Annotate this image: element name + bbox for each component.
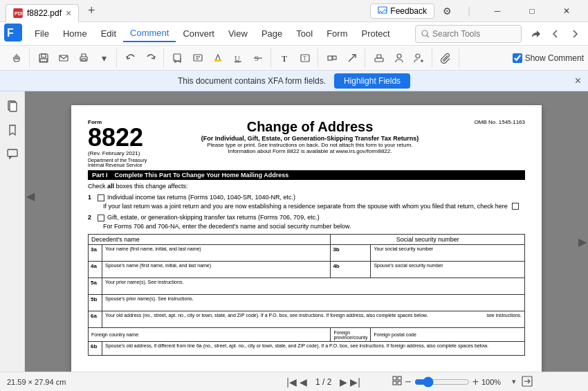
page-navigation: |◀ ◀ 1 / 2 ▶ ▶| (286, 376, 360, 388)
menu-tool[interactable]: Tool (289, 26, 320, 42)
row-5b-field: Spouse's prior name(s). See instructions… (102, 295, 525, 311)
svg-rect-39 (393, 376, 396, 380)
page-info: 1 / 2 (310, 377, 337, 387)
row-6a-field: Your old address (no., street, apt. no.,… (102, 311, 525, 328)
svg-point-5 (422, 30, 428, 36)
menu-convert[interactable]: Convert (176, 26, 221, 42)
zoom-in-button[interactable]: + (472, 376, 479, 388)
sticky-note-button[interactable] (168, 48, 187, 68)
check-all-label: Check all boxes this change affects: (88, 183, 525, 190)
minimize-button[interactable]: ─ (481, 0, 513, 22)
menu-edit[interactable]: Edit (94, 26, 123, 42)
sidebar-bookmark-icon[interactable] (3, 120, 22, 140)
svg-point-30 (397, 54, 401, 58)
menu-home[interactable]: Home (56, 26, 94, 42)
first-page-button[interactable]: |◀ (286, 376, 297, 388)
print-button[interactable] (74, 48, 93, 68)
new-tab-button[interactable]: + (83, 3, 100, 19)
menu-page[interactable]: Page (255, 26, 289, 42)
save-button[interactable] (34, 48, 53, 68)
sidebar-comment-icon[interactable] (3, 144, 22, 163)
menu-form[interactable]: Form (320, 26, 354, 42)
row-4a-field: Spouse's name (first name, initial, and … (102, 262, 331, 278)
prev-page-button[interactable]: ◀ (300, 376, 307, 388)
svg-rect-29 (377, 55, 381, 58)
svg-text:F: F (7, 27, 14, 39)
row-3b-label: 3b (331, 245, 371, 262)
feedback-button[interactable]: Feedback (370, 3, 434, 19)
close-button[interactable]: ✕ (551, 0, 582, 22)
hand-tool-button[interactable] (7, 48, 26, 68)
search-box[interactable] (415, 25, 522, 43)
menubar-right (527, 25, 584, 43)
forward-icon[interactable] (566, 25, 584, 43)
zoom-out-button[interactable]: − (405, 376, 411, 388)
show-comment-checkbox[interactable] (513, 53, 522, 63)
xfa-close-button[interactable]: × (575, 75, 581, 87)
strikeout-button[interactable]: S (248, 48, 268, 68)
sidebar-pages-icon[interactable] (3, 97, 22, 116)
zoom-dropdown-button[interactable]: ▾ (512, 377, 516, 386)
svg-rect-26 (333, 56, 336, 60)
attach-button[interactable] (437, 48, 456, 68)
redo-button[interactable] (141, 48, 160, 68)
restore-button[interactable]: □ (516, 0, 548, 22)
area-text-button[interactable]: T (295, 48, 315, 68)
underline-button[interactable]: U (228, 48, 248, 68)
separator-icon: | (459, 1, 479, 21)
search-input[interactable] (432, 29, 515, 39)
row-3a-field: Your name (first name, initial, and last… (102, 245, 331, 262)
tab-close-icon[interactable]: × (66, 8, 71, 18)
form-subtitle2: Please type or print. See instructions o… (157, 142, 463, 148)
fit-width-button[interactable] (522, 376, 533, 388)
show-comment-label: Show Comment (525, 53, 584, 63)
svg-rect-25 (328, 56, 332, 60)
shapes-button[interactable] (322, 48, 342, 68)
search-icon (421, 30, 430, 38)
menu-file[interactable]: File (28, 26, 56, 42)
checkbox-1[interactable] (98, 194, 104, 201)
zoom-slider[interactable] (414, 376, 470, 388)
show-comment-toggle[interactable]: Show Comment (513, 53, 584, 63)
svg-rect-12 (82, 59, 86, 61)
undo-button[interactable] (121, 48, 140, 68)
user-stamp-button[interactable] (389, 48, 409, 68)
table-row-4: 4a Spouse's name (first name, initial, a… (89, 262, 525, 278)
titlebar-right: Feedback ⚙ | ─ □ ✕ (370, 0, 582, 22)
checkbox-2[interactable] (98, 215, 104, 221)
add-user-button[interactable] (410, 48, 429, 68)
scroll-right-arrow[interactable]: ▶ (578, 235, 587, 248)
table-row-6a: 6a Your old address (no., street, apt. n… (89, 311, 525, 328)
feedback-icon (378, 6, 387, 16)
text-tool-button[interactable]: T (275, 48, 295, 68)
svg-rect-8 (42, 54, 46, 57)
dept-label: Department of the Treasury (88, 158, 150, 163)
svg-rect-17 (214, 60, 221, 62)
last-page-button[interactable]: ▶| (350, 376, 360, 388)
pdf-viewer[interactable]: Form 8822 (Rev. February 2021) Departmen… (25, 91, 588, 391)
scroll-left-arrow[interactable]: ◀ (26, 189, 35, 202)
zoom-controls: − + 100% ▾ (392, 376, 533, 388)
menu-view[interactable]: View (221, 26, 255, 42)
row-3a-label: 3a (89, 245, 102, 262)
back-icon[interactable] (546, 25, 564, 43)
menubar: F File Home Edit Comment Convert View Pa… (0, 22, 588, 46)
highlight-button[interactable] (208, 48, 228, 68)
table-row-6b: 6b Spouse's old address, if different fr… (89, 342, 525, 356)
tab-pdf[interactable]: PDF f8822.pdf × (6, 4, 79, 22)
print-dropdown[interactable]: ▾ (94, 48, 113, 68)
email-button[interactable] (54, 48, 73, 68)
arrow-button[interactable] (342, 48, 362, 68)
menu-comment[interactable]: Comment (123, 25, 176, 42)
menu-protect[interactable]: Protect (354, 26, 396, 42)
settings-icon[interactable]: ⚙ (437, 1, 457, 21)
share-icon[interactable] (527, 25, 545, 43)
checkbox-1-sub[interactable] (512, 203, 519, 210)
form-table: Decedent's name Social security number 3… (88, 234, 525, 356)
toolbar-group-attach (434, 48, 459, 68)
stamp-button[interactable] (369, 48, 389, 68)
text-comment-button[interactable] (188, 48, 208, 68)
highlight-fields-button[interactable]: Highlight Fields (334, 73, 410, 89)
fit-page-button[interactable] (392, 376, 402, 388)
next-page-button[interactable]: ▶ (340, 376, 347, 388)
